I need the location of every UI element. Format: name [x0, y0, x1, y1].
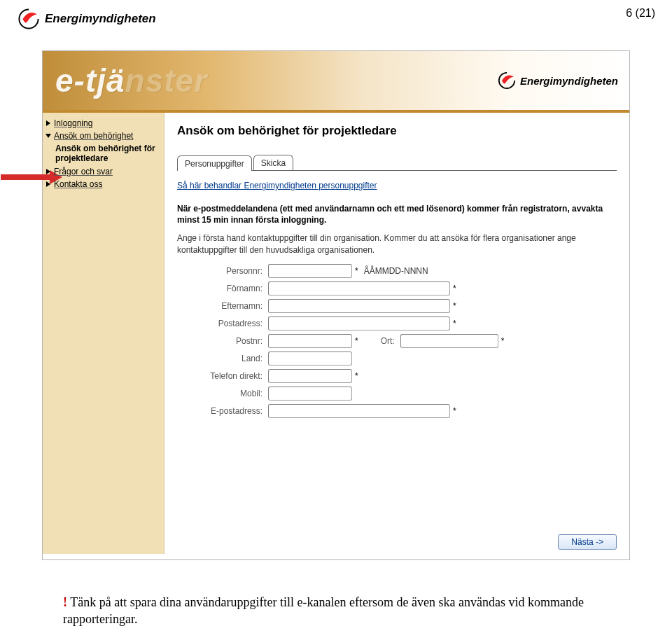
required-star: * — [453, 301, 456, 311]
caption-text: ! Tänk på att spara dina användaruppgift… — [63, 594, 609, 628]
banner-title: e-tjänster — [55, 62, 207, 99]
sidebar-item-label: Ansök om behörighet för projektledare — [55, 144, 155, 163]
personnr-label: Personnr: — [177, 266, 268, 276]
telefon-label: Telefon direkt: — [177, 371, 268, 381]
sidebar-item-ansok-projektledare[interactable]: Ansök om behörighet för projektledare — [43, 142, 164, 165]
postadress-label: Postadress: — [177, 319, 268, 328]
tab-label: Skicka — [261, 158, 286, 168]
chevron-right-icon — [46, 169, 50, 174]
tabs: Personuppgifter Skicka — [177, 155, 617, 171]
chevron-down-icon — [46, 134, 51, 138]
org-logo: Energimyndigheten — [17, 7, 156, 31]
fornamn-label: Förnamn: — [177, 284, 268, 293]
fornamn-input[interactable] — [268, 281, 450, 295]
tab-personuppgifter[interactable]: Personuppgifter — [177, 155, 252, 171]
tab-skicka[interactable]: Skicka — [253, 155, 293, 170]
land-input[interactable] — [268, 352, 352, 366]
postadress-input[interactable] — [268, 316, 450, 331]
efternamn-label: Efternamn: — [177, 301, 268, 311]
telefon-input[interactable] — [268, 369, 352, 383]
instruction-note: Ange i första hand kontaktuppgifter till… — [177, 232, 617, 255]
sidebar-item-label: Inloggning — [54, 118, 92, 128]
sidebar-item-kontakta-oss[interactable]: Kontakta oss — [43, 178, 164, 190]
required-star: * — [453, 319, 456, 328]
app-screenshot: e-tjänster Energimyndigheten Inloggning … — [42, 50, 630, 560]
mobil-input[interactable] — [268, 387, 352, 401]
main-content: Ansök om behörighet för projektledare Pe… — [164, 113, 629, 559]
swirl-icon — [497, 71, 517, 90]
banner-title-faded: nster — [125, 62, 207, 99]
swirl-icon — [17, 7, 41, 31]
epost-label: E-postadress: — [177, 406, 268, 416]
page-title: Ansök om behörighet för projektledare — [177, 124, 617, 138]
sidebar-item-label: Kontakta oss — [54, 179, 102, 189]
next-button[interactable]: Nästa -> — [558, 534, 617, 550]
banner: e-tjänster Energimyndigheten — [43, 51, 629, 113]
banner-logo: Energimyndigheten — [497, 71, 618, 90]
efternamn-input[interactable] — [268, 299, 450, 313]
sidebar-item-ansok-behorighet[interactable]: Ansök om behörighet — [43, 130, 164, 142]
postnr-label: Postnr: — [177, 336, 268, 346]
sidebar-item-label: Ansök om behörighet — [54, 131, 133, 141]
required-star: * — [453, 406, 456, 416]
required-star: * — [453, 284, 456, 293]
required-star: * — [355, 266, 358, 276]
info-link[interactable]: Så här behandlar Energimyndigheten perso… — [177, 181, 377, 190]
ort-label: Ort: — [358, 336, 400, 346]
sidebar-item-fragor-svar[interactable]: Frågor och svar — [43, 165, 164, 178]
postnr-input[interactable] — [268, 334, 352, 348]
tab-label: Personuppgifter — [185, 159, 244, 169]
important-note: När e-postmeddelandena (ett med användar… — [177, 203, 617, 225]
document-header: Energimyndigheten 6 (21) — [0, 0, 672, 34]
sidebar-item-label: Frågor och svar — [54, 167, 113, 176]
sidebar-item-inloggning[interactable]: Inloggning — [43, 117, 164, 130]
org-name: Energimyndigheten — [45, 12, 156, 26]
mobil-label: Mobil: — [177, 389, 268, 398]
page-number: 6 (21) — [626, 7, 655, 20]
land-label: Land: — [177, 354, 268, 363]
sidebar: Inloggning Ansök om behörighet Ansök om … — [43, 113, 164, 554]
chevron-right-icon — [46, 181, 50, 187]
personnr-hint: ÅÅMMDD-NNNN — [364, 266, 428, 276]
required-star: * — [355, 371, 358, 381]
epost-input[interactable] — [268, 404, 450, 418]
required-star: * — [501, 336, 505, 346]
personnr-input[interactable] — [268, 264, 352, 278]
chevron-right-icon — [46, 120, 50, 126]
caption-body: Tänk på att spara dina användaruppgifter… — [63, 595, 584, 626]
ort-input[interactable] — [400, 334, 498, 348]
banner-logo-text: Energimyndigheten — [520, 75, 618, 87]
banner-title-main: e-tjä — [55, 62, 125, 99]
